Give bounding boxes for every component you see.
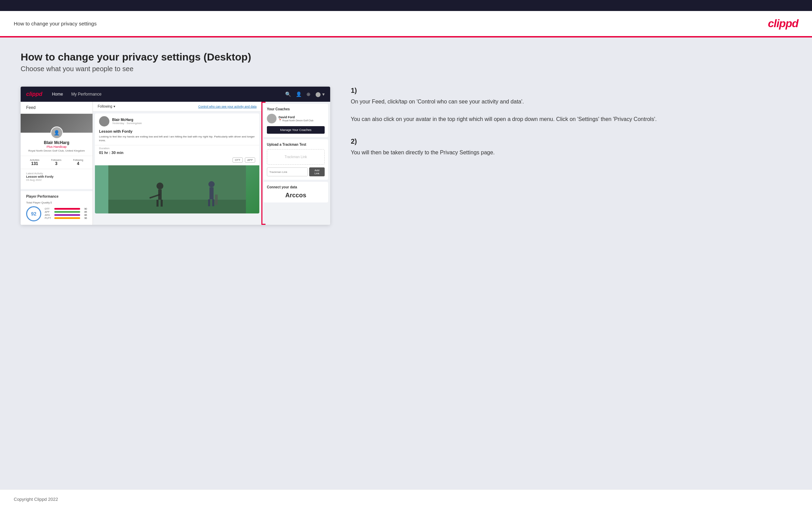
coaches-card: Your Coaches David Ford 📍 Royal North De… (263, 104, 328, 137)
coach-avatar (267, 114, 277, 123)
page-heading: How to change your privacy settings (Des… (21, 51, 791, 63)
app-bar (54, 211, 80, 213)
plus-icon[interactable]: ⊕ (306, 91, 311, 97)
top-bar (0, 0, 812, 11)
svg-rect-5 (156, 200, 159, 207)
add-link-button[interactable]: Add Link (309, 167, 325, 176)
stat-following-label: Following (73, 159, 83, 161)
search-icon[interactable]: 🔍 (285, 91, 291, 97)
avatar-icon[interactable]: ⬤ ▾ (315, 91, 325, 97)
trackman-link-input[interactable] (267, 167, 308, 176)
activity-title: Lesson with Fordy (95, 129, 259, 135)
svg-rect-1 (108, 200, 246, 213)
latest-activity: Latest Activity Lesson with Fordy 03 Aug… (21, 169, 93, 184)
profile-banner: 👤 (21, 114, 93, 133)
profile-card: 👤 Blair McHarg Plus Handicap Royal North… (21, 114, 93, 189)
following-button[interactable]: Following ▾ (98, 104, 115, 108)
coach-info: David Ford 📍 Royal North Devon Golf Club (279, 115, 313, 122)
nav-right: 🔍 👤 ⊕ ⬤ ▾ (285, 91, 325, 97)
tag-app: APP (245, 157, 255, 163)
location-icon: 📍 (279, 119, 282, 122)
svg-point-2 (156, 183, 163, 189)
arg-bar (54, 214, 80, 216)
activity-meta: Yesterday · Sunningdale (112, 122, 142, 125)
ott-bar (54, 208, 80, 210)
stat-followers-label: Followers (51, 159, 62, 161)
profile-club: Royal North Devon Golf Club, United King… (24, 149, 89, 152)
trackman-card: Upload a Trackman Test Trackman Link Add… (263, 139, 328, 180)
putt-bar (54, 217, 80, 219)
player-performance: Player Performance Total Player Quality … (21, 191, 93, 225)
quality-bars: OTT 90 APP 85 ARG (45, 208, 87, 220)
right-panel: Your Coaches David Ford 📍 Royal North De… (261, 102, 330, 205)
middle-panel: Following ▾ Control who can see your act… (93, 102, 261, 225)
latest-activity-name: Lesson with Fordy (26, 175, 87, 178)
stat-following-value: 4 (73, 161, 83, 166)
instruction-step1: 1) On your Feed, click/tap on 'Control w… (351, 87, 791, 124)
control-link[interactable]: Control who can see your activity and da… (198, 105, 257, 108)
activity-username: Blair McHarg (112, 118, 142, 122)
coach-name: David Ford (279, 115, 313, 119)
latest-activity-date: 03 Aug 2022 (26, 178, 87, 181)
latest-activity-label: Latest Activity (26, 172, 87, 175)
pp-quality-label: Total Player Quality ℹ (26, 201, 87, 204)
activity-user-info: Blair McHarg Yesterday · Sunningdale (112, 118, 142, 125)
svg-rect-11 (215, 195, 218, 205)
duration-label: Duration (99, 147, 255, 150)
following-label: Following (98, 104, 112, 108)
profile-name: Blair McHarg (24, 140, 89, 145)
left-panel: Feed 👤 Blair McHarg Plus Handicap Royal … (21, 102, 93, 225)
activity-user-avatar (99, 116, 109, 126)
stat-followers: Followers 3 (51, 159, 62, 166)
bar-arg: ARG 86 (45, 214, 87, 216)
app-logo: clippd (26, 91, 42, 97)
feed-tab[interactable]: Feed (21, 102, 93, 114)
stat-following: Following 4 (73, 159, 83, 166)
stat-activities-value: 131 (30, 161, 40, 166)
svg-rect-8 (209, 187, 214, 199)
user-icon[interactable]: 👤 (296, 91, 302, 97)
manage-coaches-button[interactable]: Manage Your Coaches (267, 126, 325, 134)
activity-duration: Duration 01 hr : 30 min (95, 145, 259, 156)
instructions-panel: 1) On your Feed, click/tap on 'Control w… (344, 87, 791, 170)
clippd-logo: clippd (768, 17, 798, 30)
arccos-brand: Arccos (267, 192, 325, 199)
red-bracket-line (261, 102, 262, 225)
step1-number: 1) (351, 87, 791, 95)
trackman-placeholder: Trackman Link (267, 149, 325, 165)
content-layout: clippd Home My Performance 🔍 👤 ⊕ ⬤ ▾ Fee… (21, 87, 791, 225)
right-panel-wrapper: Your Coaches David Ford 📍 Royal North De… (261, 102, 330, 225)
nav-links: Home My Performance (52, 92, 101, 97)
activity-description: Looking to feel like my hands are exitin… (95, 135, 259, 145)
red-bracket-bottom (261, 224, 266, 225)
connect-title: Connect your data (267, 185, 325, 189)
main-content: How to change your privacy settings (Des… (0, 37, 812, 489)
coach-item: David Ford 📍 Royal North Devon Golf Club (267, 114, 325, 123)
trackman-input-row: Add Link (267, 167, 325, 176)
stat-activities: Activities 131 (30, 159, 40, 166)
trackman-title: Upload a Trackman Test (267, 143, 325, 146)
profile-avatar: 👤 (51, 126, 63, 139)
connect-card: Connect your data Arccos (263, 182, 328, 202)
activity-card: Blair McHarg Yesterday · Sunningdale Les… (95, 113, 259, 213)
bar-putt: PUTT 96 (45, 217, 87, 219)
bar-app: APP 85 (45, 211, 87, 213)
stat-activities-label: Activities (30, 159, 40, 161)
svg-rect-10 (212, 199, 214, 206)
profile-stats: Activities 131 Followers 3 Following 4 (21, 156, 93, 169)
app-body: Feed 👤 Blair McHarg Plus Handicap Royal … (21, 102, 330, 225)
duration-value: 01 hr : 30 min (99, 151, 255, 155)
red-bracket-top (261, 102, 266, 103)
activity-image (95, 165, 259, 213)
svg-rect-6 (161, 200, 163, 207)
instruction-step2: 2) You will then be taken directly to th… (351, 137, 791, 157)
svg-point-7 (208, 181, 215, 187)
header-title: How to change your privacy settings (14, 21, 97, 26)
step1-text: On your Feed, click/tap on 'Control who … (351, 97, 791, 124)
screenshot-container: clippd Home My Performance 🔍 👤 ⊕ ⬤ ▾ Fee… (21, 87, 330, 225)
nav-my-performance[interactable]: My Performance (71, 92, 101, 97)
coach-club: 📍 Royal North Devon Golf Club (279, 119, 313, 122)
bar-ott: OTT 90 (45, 208, 87, 210)
footer-text: Copyright Clippd 2022 (14, 497, 58, 502)
nav-home[interactable]: Home (52, 92, 63, 97)
